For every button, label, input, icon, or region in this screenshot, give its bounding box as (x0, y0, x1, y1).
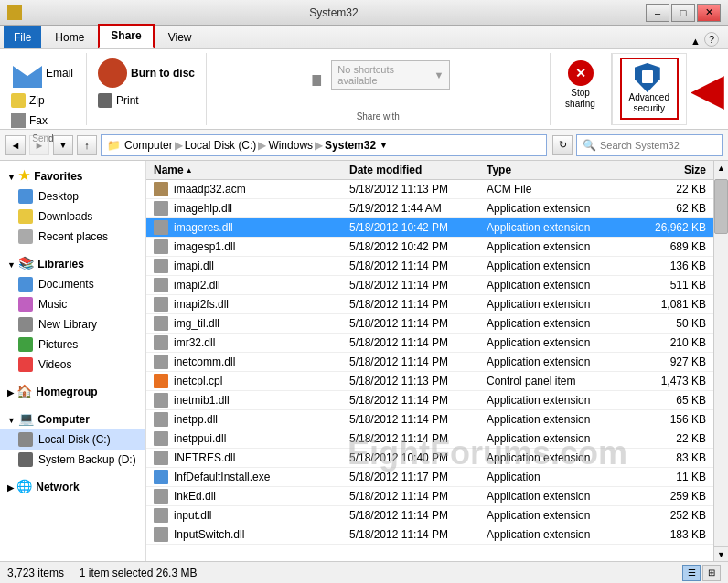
ribbon-group-share-with: No shortcuts available ▼ Share with (207, 53, 550, 125)
table-row[interactable]: input.dll 5/18/2012 11:14 PM Application… (146, 506, 713, 525)
print-button[interactable]: Print (94, 91, 143, 110)
status-bar: 3,723 items 1 item selected 26.3 MB ☰ ⊞ (0, 561, 728, 583)
recent-locations-button[interactable]: ▼ (53, 135, 73, 155)
search-icon: 🔍 (583, 139, 596, 152)
file-name-text: imagesp1.dll (174, 240, 235, 253)
sidebar-item-downloads[interactable]: Downloads (0, 207, 145, 227)
sidebar-item-localdisk[interactable]: Local Disk (C:) (0, 429, 145, 450)
file-date-text: 5/18/2012 11:13 PM (349, 183, 487, 196)
breadcrumb-sep1: ▶ (175, 139, 183, 152)
view-tiles-button[interactable]: ⊞ (702, 565, 721, 581)
favorites-header[interactable]: ▼ ★ Favorites (0, 164, 145, 186)
sidebar-item-pictures[interactable]: Pictures (0, 334, 145, 355)
col-size[interactable]: Size (633, 164, 706, 176)
downloads-icon (18, 209, 33, 224)
burn-icon (98, 58, 127, 88)
scroll-down-button[interactable]: ▼ (714, 546, 728, 561)
table-row[interactable]: imapi.dll 5/18/2012 11:14 PM Application… (146, 257, 713, 276)
table-row[interactable]: imagehlp.dll 5/19/2012 1:44 AM Applicati… (146, 199, 713, 218)
file-name-text: imagehlp.dll (174, 202, 232, 215)
table-row[interactable]: INETRES.dll 5/18/2012 10:40 PM Applicati… (146, 449, 713, 468)
tab-share[interactable]: Share (98, 24, 154, 48)
file-name-cell: INETRES.dll (154, 450, 349, 465)
table-row[interactable]: imageres.dll 5/18/2012 10:42 PM Applicat… (146, 218, 713, 238)
maximize-button[interactable]: □ (671, 4, 695, 22)
table-row[interactable]: imagesp1.dll 5/18/2012 10:42 PM Applicat… (146, 238, 713, 257)
table-row[interactable]: imaadp32.acm 5/18/2012 11:13 PM ACM File… (146, 180, 713, 199)
network-header[interactable]: ▶ 🌐 Network (0, 475, 145, 497)
breadcrumb-path[interactable]: 📁 Computer ▶ Local Disk (C:) ▶ Windows ▶… (101, 134, 547, 156)
collapse-ribbon-icon[interactable]: ▲ (691, 36, 701, 47)
file-size-text: 11 KB (633, 471, 706, 483)
file-name-text: imapi2.dll (174, 279, 220, 292)
sidebar-item-backup[interactable]: System Backup (D:) (0, 450, 145, 470)
burn-button[interactable]: Burn to disc (94, 57, 198, 90)
title-bar-buttons: – □ ✕ (646, 4, 721, 22)
breadcrumb-system32[interactable]: System32 (325, 139, 376, 152)
scrollbar[interactable]: ▲ ▼ (713, 161, 728, 561)
file-name-text: inetcpl.cpl (174, 375, 222, 387)
table-row[interactable]: inetppui.dll 5/18/2012 11:14 PM Applicat… (146, 429, 713, 449)
table-row[interactable]: imapi2.dll 5/18/2012 11:14 PM Applicatio… (146, 276, 713, 295)
advanced-security-button[interactable]: Advancedsecurity (620, 58, 679, 120)
sidebar-item-videos[interactable]: Videos (0, 355, 145, 375)
close-button[interactable]: ✕ (697, 4, 721, 22)
table-row[interactable]: InkEd.dll 5/18/2012 11:14 PM Application… (146, 487, 713, 506)
email-button[interactable]: Email (7, 57, 79, 90)
pictures-icon (18, 337, 33, 352)
homegroup-header[interactable]: ▶ 🏠 Homegroup (0, 380, 145, 402)
table-row[interactable]: inetcomm.dll 5/18/2012 11:14 PM Applicat… (146, 353, 713, 372)
stop-icon: ✕ (566, 58, 595, 88)
libraries-section: ▼ 📚 Libraries Documents Music New Librar… (0, 252, 145, 375)
file-date-text: 5/18/2012 11:14 PM (349, 413, 487, 426)
tab-view[interactable]: View (156, 26, 204, 48)
sidebar-item-music[interactable]: Music (0, 294, 145, 314)
table-row[interactable]: img_til.dll 5/18/2012 11:14 PM Applicati… (146, 314, 713, 334)
hdd-icon (18, 432, 33, 447)
homegroup-section: ▶ 🏠 Homegroup (0, 380, 145, 402)
table-row[interactable]: inetmib1.dll 5/18/2012 11:14 PM Applicat… (146, 391, 713, 410)
sidebar-item-desktop[interactable]: Desktop (0, 186, 145, 207)
table-row[interactable]: InfDefaultInstall.exe 5/18/2012 11:17 PM… (146, 468, 713, 487)
help-icon[interactable]: ? (704, 32, 719, 47)
computer-section: ▼ 💻 Computer Local Disk (C:) System Back… (0, 408, 145, 470)
breadcrumb-dropdown-icon[interactable]: ▼ (380, 141, 388, 150)
stop-sharing-label: Stopsharing (565, 88, 595, 110)
fax-button[interactable]: Fax (7, 111, 51, 130)
sidebar-item-recent[interactable]: Recent places (0, 227, 145, 247)
breadcrumb-windows[interactable]: Windows (268, 139, 313, 152)
search-input[interactable] (600, 140, 716, 151)
table-row[interactable]: imr32.dll 5/18/2012 11:14 PM Application… (146, 334, 713, 353)
view-details-button[interactable]: ☰ (682, 565, 701, 581)
computer-header[interactable]: ▼ 💻 Computer (0, 408, 145, 429)
file-date-text: 5/18/2012 11:14 PM (349, 298, 487, 311)
table-row[interactable]: imapi2fs.dll 5/18/2012 11:14 PM Applicat… (146, 295, 713, 314)
refresh-button[interactable]: ↻ (552, 135, 573, 155)
col-date[interactable]: Date modified (349, 164, 487, 176)
breadcrumb-disk[interactable]: Local Disk (C:) (185, 139, 257, 152)
scroll-thumb[interactable] (714, 179, 728, 234)
favorites-label: Favorites (34, 170, 82, 183)
share-dropdown[interactable]: No shortcuts available ▼ (331, 60, 450, 90)
minimize-button[interactable]: – (646, 4, 669, 22)
file-name-text: img_til.dll (174, 317, 219, 330)
sidebar-item-documents[interactable]: Documents (0, 274, 145, 294)
tab-home[interactable]: Home (43, 26, 96, 48)
file-name-text: InkEd.dll (174, 490, 216, 503)
table-row[interactable]: inetpp.dll 5/18/2012 11:14 PM Applicatio… (146, 410, 713, 429)
col-type[interactable]: Type (487, 164, 633, 176)
forward-button[interactable]: ► (29, 135, 49, 155)
file-size-text: 156 KB (633, 413, 706, 426)
stop-sharing-button[interactable]: ✕ Stopsharing (558, 57, 604, 111)
libraries-header[interactable]: ▼ 📚 Libraries (0, 252, 145, 274)
breadcrumb-computer[interactable]: Computer (124, 139, 173, 152)
zip-button[interactable]: Zip (7, 91, 48, 110)
tab-file[interactable]: File (4, 26, 41, 48)
back-button[interactable]: ◄ (5, 135, 26, 155)
scroll-up-button[interactable]: ▲ (714, 161, 728, 175)
sidebar-item-newlibrary[interactable]: New Library (0, 314, 145, 334)
table-row[interactable]: InputSwitch.dll 5/18/2012 11:14 PM Appli… (146, 525, 713, 545)
table-row[interactable]: inetcpl.cpl 5/18/2012 11:13 PM Control p… (146, 372, 713, 391)
col-name[interactable]: Name ▲ (154, 164, 349, 176)
up-button[interactable]: ↑ (77, 135, 97, 155)
